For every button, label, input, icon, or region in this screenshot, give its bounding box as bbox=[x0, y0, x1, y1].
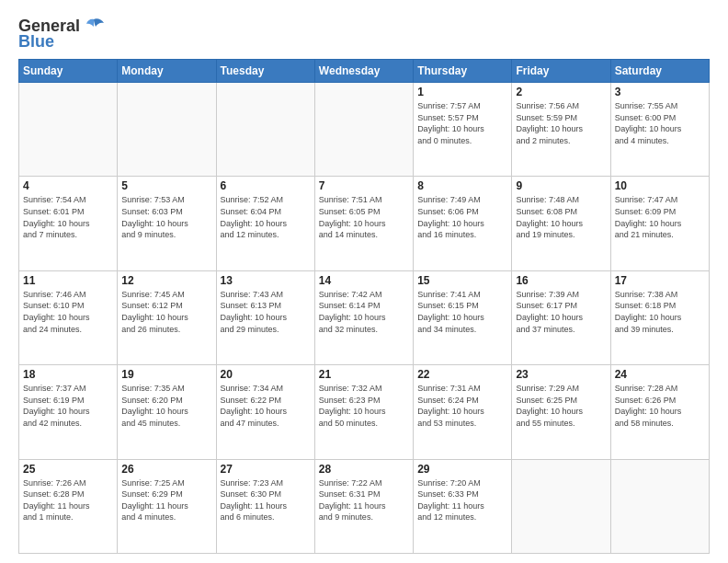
calendar-cell: 26Sunrise: 7:25 AM Sunset: 6:29 PM Dayli… bbox=[118, 459, 216, 553]
calendar-cell: 17Sunrise: 7:38 AM Sunset: 6:18 PM Dayli… bbox=[610, 270, 709, 364]
calendar-cell bbox=[216, 83, 314, 177]
day-number: 8 bbox=[417, 179, 507, 192]
day-number: 25 bbox=[23, 463, 113, 476]
day-number: 17 bbox=[615, 274, 705, 287]
day-number: 27 bbox=[221, 463, 311, 476]
weekday-header: Friday bbox=[512, 60, 610, 83]
weekday-header: Saturday bbox=[610, 60, 709, 83]
calendar-cell: 21Sunrise: 7:32 AM Sunset: 6:23 PM Dayli… bbox=[314, 365, 413, 459]
calendar-cell: 4Sunrise: 7:54 AM Sunset: 6:01 PM Daylig… bbox=[19, 177, 118, 270]
calendar-cell bbox=[314, 83, 413, 177]
calendar-week-row: 18Sunrise: 7:37 AM Sunset: 6:19 PM Dayli… bbox=[19, 365, 710, 459]
calendar-week-row: 4Sunrise: 7:54 AM Sunset: 6:01 PM Daylig… bbox=[19, 177, 710, 270]
day-info: Sunrise: 7:45 AM Sunset: 6:12 PM Dayligh… bbox=[121, 289, 211, 335]
day-info: Sunrise: 7:39 AM Sunset: 6:17 PM Dayligh… bbox=[516, 289, 606, 335]
calendar-cell: 12Sunrise: 7:45 AM Sunset: 6:12 PM Dayli… bbox=[118, 270, 216, 364]
calendar-cell: 1Sunrise: 7:57 AM Sunset: 5:57 PM Daylig… bbox=[414, 83, 512, 177]
calendar-header-row: SundayMondayTuesdayWednesdayThursdayFrid… bbox=[19, 60, 710, 83]
calendar-cell: 13Sunrise: 7:43 AM Sunset: 6:13 PM Dayli… bbox=[216, 270, 314, 364]
day-info: Sunrise: 7:23 AM Sunset: 6:30 PM Dayligh… bbox=[221, 477, 311, 523]
weekday-header: Tuesday bbox=[216, 60, 314, 83]
day-info: Sunrise: 7:32 AM Sunset: 6:23 PM Dayligh… bbox=[319, 383, 409, 429]
calendar-cell bbox=[19, 83, 118, 177]
day-info: Sunrise: 7:49 AM Sunset: 6:06 PM Dayligh… bbox=[417, 194, 507, 240]
calendar-cell: 14Sunrise: 7:42 AM Sunset: 6:14 PM Dayli… bbox=[314, 270, 413, 364]
day-info: Sunrise: 7:37 AM Sunset: 6:19 PM Dayligh… bbox=[23, 383, 113, 429]
calendar-cell bbox=[610, 459, 709, 553]
day-number: 19 bbox=[121, 368, 211, 381]
weekday-header: Sunday bbox=[19, 60, 118, 83]
day-number: 16 bbox=[516, 274, 606, 287]
day-info: Sunrise: 7:41 AM Sunset: 6:15 PM Dayligh… bbox=[417, 289, 507, 335]
logo-blue-text: Blue bbox=[18, 32, 54, 52]
calendar-table: SundayMondayTuesdayWednesdayThursdayFrid… bbox=[18, 59, 710, 554]
calendar-cell: 23Sunrise: 7:29 AM Sunset: 6:25 PM Dayli… bbox=[512, 365, 610, 459]
calendar-cell: 15Sunrise: 7:41 AM Sunset: 6:15 PM Dayli… bbox=[414, 270, 512, 364]
day-info: Sunrise: 7:57 AM Sunset: 5:57 PM Dayligh… bbox=[417, 100, 507, 146]
day-number: 22 bbox=[417, 368, 507, 381]
day-info: Sunrise: 7:25 AM Sunset: 6:29 PM Dayligh… bbox=[121, 477, 211, 523]
page: General Blue SundayMondayTuesdayWednesda… bbox=[0, 0, 728, 563]
day-info: Sunrise: 7:35 AM Sunset: 6:20 PM Dayligh… bbox=[121, 383, 211, 429]
day-info: Sunrise: 7:46 AM Sunset: 6:10 PM Dayligh… bbox=[23, 289, 113, 335]
day-number: 7 bbox=[319, 179, 409, 192]
calendar-cell: 24Sunrise: 7:28 AM Sunset: 6:26 PM Dayli… bbox=[610, 365, 709, 459]
day-number: 5 bbox=[121, 179, 211, 192]
day-info: Sunrise: 7:55 AM Sunset: 6:00 PM Dayligh… bbox=[615, 100, 705, 146]
day-number: 14 bbox=[319, 274, 409, 287]
day-info: Sunrise: 7:28 AM Sunset: 6:26 PM Dayligh… bbox=[615, 383, 705, 429]
header: General Blue bbox=[18, 17, 710, 52]
day-number: 21 bbox=[319, 368, 409, 381]
calendar-week-row: 1Sunrise: 7:57 AM Sunset: 5:57 PM Daylig… bbox=[19, 83, 710, 177]
day-info: Sunrise: 7:56 AM Sunset: 5:59 PM Dayligh… bbox=[516, 100, 606, 146]
day-number: 2 bbox=[516, 86, 606, 98]
calendar-cell: 7Sunrise: 7:51 AM Sunset: 6:05 PM Daylig… bbox=[314, 177, 413, 270]
day-info: Sunrise: 7:47 AM Sunset: 6:09 PM Dayligh… bbox=[615, 194, 705, 240]
weekday-header: Wednesday bbox=[314, 60, 413, 83]
day-info: Sunrise: 7:52 AM Sunset: 6:04 PM Dayligh… bbox=[221, 194, 311, 240]
calendar-cell: 8Sunrise: 7:49 AM Sunset: 6:06 PM Daylig… bbox=[414, 177, 512, 270]
day-number: 23 bbox=[516, 368, 606, 381]
day-info: Sunrise: 7:22 AM Sunset: 6:31 PM Dayligh… bbox=[319, 477, 409, 523]
day-number: 1 bbox=[417, 86, 507, 98]
day-number: 18 bbox=[23, 368, 113, 381]
day-info: Sunrise: 7:38 AM Sunset: 6:18 PM Dayligh… bbox=[615, 289, 705, 335]
weekday-header: Monday bbox=[118, 60, 216, 83]
calendar-cell: 6Sunrise: 7:52 AM Sunset: 6:04 PM Daylig… bbox=[216, 177, 314, 270]
calendar-cell: 16Sunrise: 7:39 AM Sunset: 6:17 PM Dayli… bbox=[512, 270, 610, 364]
calendar-cell: 27Sunrise: 7:23 AM Sunset: 6:30 PM Dayli… bbox=[216, 459, 314, 553]
day-info: Sunrise: 7:51 AM Sunset: 6:05 PM Dayligh… bbox=[319, 194, 409, 240]
day-info: Sunrise: 7:20 AM Sunset: 6:33 PM Dayligh… bbox=[417, 477, 507, 523]
calendar-cell: 5Sunrise: 7:53 AM Sunset: 6:03 PM Daylig… bbox=[118, 177, 216, 270]
calendar-week-row: 25Sunrise: 7:26 AM Sunset: 6:28 PM Dayli… bbox=[19, 459, 710, 553]
logo-bird-icon bbox=[82, 17, 106, 36]
calendar-cell bbox=[512, 459, 610, 553]
day-number: 28 bbox=[319, 463, 409, 476]
calendar-week-row: 11Sunrise: 7:46 AM Sunset: 6:10 PM Dayli… bbox=[19, 270, 710, 364]
day-number: 15 bbox=[417, 274, 507, 287]
calendar-cell: 22Sunrise: 7:31 AM Sunset: 6:24 PM Dayli… bbox=[414, 365, 512, 459]
weekday-header: Thursday bbox=[414, 60, 512, 83]
day-number: 6 bbox=[221, 179, 311, 192]
day-info: Sunrise: 7:31 AM Sunset: 6:24 PM Dayligh… bbox=[417, 383, 507, 429]
day-number: 29 bbox=[417, 463, 507, 476]
day-number: 12 bbox=[121, 274, 211, 287]
day-number: 11 bbox=[23, 274, 113, 287]
day-number: 10 bbox=[615, 179, 705, 192]
calendar-cell: 20Sunrise: 7:34 AM Sunset: 6:22 PM Dayli… bbox=[216, 365, 314, 459]
calendar-cell: 25Sunrise: 7:26 AM Sunset: 6:28 PM Dayli… bbox=[19, 459, 118, 553]
day-info: Sunrise: 7:29 AM Sunset: 6:25 PM Dayligh… bbox=[516, 383, 606, 429]
calendar-cell: 11Sunrise: 7:46 AM Sunset: 6:10 PM Dayli… bbox=[19, 270, 118, 364]
day-info: Sunrise: 7:43 AM Sunset: 6:13 PM Dayligh… bbox=[221, 289, 311, 335]
day-number: 4 bbox=[23, 179, 113, 192]
calendar-cell: 29Sunrise: 7:20 AM Sunset: 6:33 PM Dayli… bbox=[414, 459, 512, 553]
day-number: 26 bbox=[121, 463, 211, 476]
day-number: 20 bbox=[221, 368, 311, 381]
day-number: 24 bbox=[615, 368, 705, 381]
day-info: Sunrise: 7:54 AM Sunset: 6:01 PM Dayligh… bbox=[23, 194, 113, 240]
day-number: 3 bbox=[615, 86, 705, 98]
day-info: Sunrise: 7:42 AM Sunset: 6:14 PM Dayligh… bbox=[319, 289, 409, 335]
logo: General Blue bbox=[18, 17, 106, 52]
day-info: Sunrise: 7:53 AM Sunset: 6:03 PM Dayligh… bbox=[121, 194, 211, 240]
day-number: 9 bbox=[516, 179, 606, 192]
